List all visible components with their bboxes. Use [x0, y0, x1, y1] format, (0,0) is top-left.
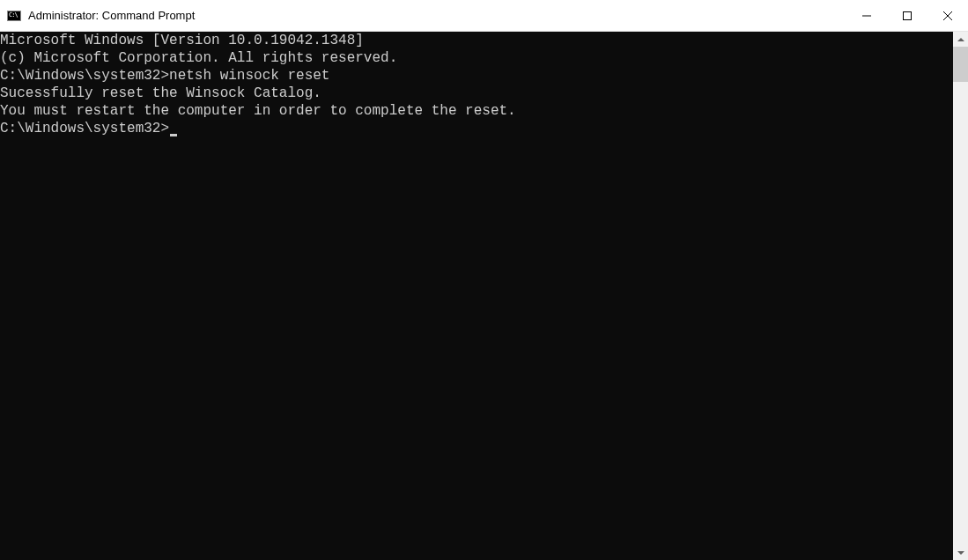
console-line: Sucessfully reset the Winsock Catalog.	[0, 85, 953, 102]
console-line: (c) Microsoft Corporation. All rights re…	[0, 49, 953, 67]
console-prompt-line: C:\Windows\system32>netsh winsock reset	[0, 67, 953, 85]
scroll-thumb[interactable]	[953, 47, 968, 82]
close-icon	[943, 11, 952, 20]
prompt-path: C:\Windows\system32>	[0, 121, 169, 136]
svg-marker-4	[957, 38, 964, 41]
svg-marker-5	[957, 551, 964, 555]
vertical-scrollbar[interactable]	[953, 32, 968, 560]
window-titlebar: C:\ Administrator: Command Prompt	[0, 0, 968, 32]
scroll-up-button[interactable]	[953, 32, 968, 47]
scroll-down-button[interactable]	[953, 545, 968, 560]
close-button[interactable]	[927, 0, 968, 31]
minimize-icon	[862, 11, 871, 20]
maximize-button[interactable]	[887, 0, 927, 31]
chevron-down-icon	[957, 551, 964, 555]
cursor	[170, 134, 177, 136]
prompt-path: C:\Windows\system32>	[0, 68, 169, 84]
maximize-icon	[903, 11, 912, 20]
console-output[interactable]: Microsoft Windows [Version 10.0.19042.13…	[0, 32, 953, 560]
console-line: Microsoft Windows [Version 10.0.19042.13…	[0, 32, 953, 49]
minimize-button[interactable]	[846, 0, 887, 31]
console-area: Microsoft Windows [Version 10.0.19042.13…	[0, 32, 968, 560]
window-controls	[846, 0, 968, 31]
cmd-icon: C:\	[7, 9, 21, 23]
chevron-up-icon	[957, 38, 964, 41]
command-text: netsh winsock reset	[169, 68, 329, 84]
console-line: You must restart the computer in order t…	[0, 102, 953, 120]
window-title: Administrator: Command Prompt	[28, 9, 195, 22]
console-prompt-line: C:\Windows\system32>	[0, 120, 953, 137]
svg-rect-1	[904, 11, 912, 19]
scroll-track[interactable]	[953, 47, 968, 545]
